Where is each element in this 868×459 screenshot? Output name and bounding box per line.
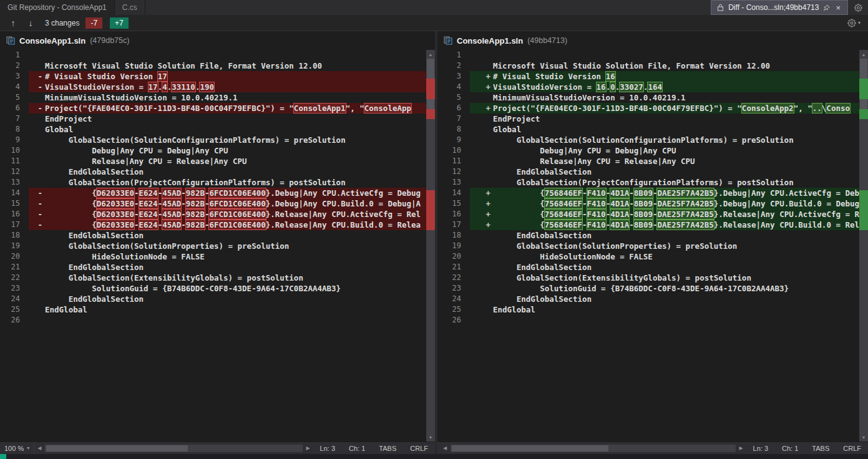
- scroll-left-icon[interactable]: ◀: [34, 445, 44, 451]
- code-line[interactable]: 22 GlobalSection(ExtensibilityGlobals) =…: [0, 273, 426, 283]
- code-line[interactable]: 1: [437, 50, 859, 60]
- code-line[interactable]: 23 SolutionGuid = {B74B6DDC-C0F8-43DE-9A…: [437, 283, 859, 294]
- scroll-right-icon[interactable]: ▶: [736, 445, 746, 451]
- code-line[interactable]: 25EndGlobal: [0, 304, 426, 315]
- line-number: 8: [0, 124, 29, 135]
- tab-diff-document[interactable]: Diff - Conso...sln;49bb4713 ×: [711, 0, 848, 15]
- code-line[interactable]: 16- {D62033E0-E624-45AD-982B-6FCD1C06E40…: [0, 209, 426, 220]
- code-line[interactable]: 15- {D62033E0-E624-45AD-982B-6FCD1C06E40…: [0, 198, 426, 209]
- code-line[interactable]: 4+VisualStudioVersion = 16.0.33027.164: [437, 82, 859, 92]
- status-column[interactable]: Ch: 1: [342, 445, 372, 452]
- code-line[interactable]: 8Global: [437, 124, 859, 135]
- status-indent-mode[interactable]: TABS: [805, 445, 836, 452]
- code-line[interactable]: 11 Release|Any CPU = Release|Any CPU: [0, 156, 426, 167]
- left-horizontal-scrollbar[interactable]: [45, 445, 302, 452]
- code-line[interactable]: 2Microsoft Visual Studio Solution File, …: [437, 60, 859, 71]
- zoom-control[interactable]: 100 % ▾: [0, 442, 34, 454]
- left-vertical-scrollbar[interactable]: ▲ ▼: [426, 50, 435, 442]
- code-line[interactable]: 18 EndGlobalSection: [437, 230, 859, 241]
- code-line[interactable]: 4-VisualStudioVersion = 17.4.33110.190: [0, 82, 426, 92]
- code-line[interactable]: 22 GlobalSection(ExtensibilityGlobals) =…: [437, 273, 859, 283]
- left-editor[interactable]: 12Microsoft Visual Studio Solution File,…: [0, 50, 435, 442]
- code-line[interactable]: 12 EndGlobalSection: [0, 167, 426, 177]
- code-line[interactable]: 8Global: [0, 124, 426, 135]
- code-line[interactable]: 23 SolutionGuid = {B74B6DDC-C0F8-43DE-9A…: [0, 283, 426, 294]
- scroll-left-icon[interactable]: ◀: [440, 445, 450, 451]
- status-line-ending[interactable]: CRLF: [836, 445, 868, 452]
- chevron-down-icon: ▾: [858, 20, 861, 26]
- code-line[interactable]: 6+Project("{FAE04EC0-301F-11D3-BF4B-00C0…: [437, 103, 859, 114]
- code-line[interactable]: 3-# Visual Studio Version 17: [0, 71, 426, 82]
- pin-icon[interactable]: [823, 4, 830, 11]
- scroll-up-icon[interactable]: ▲: [859, 50, 868, 59]
- code-line[interactable]: 16+ {756846EF-F410-4D1A-8B09-DAE25F7A42B…: [437, 209, 859, 220]
- left-code-lines[interactable]: 12Microsoft Visual Studio Solution File,…: [0, 50, 426, 442]
- code-line[interactable]: 3+# Visual Studio Version 16: [437, 71, 859, 82]
- code-text: EndGlobalSection: [45, 167, 426, 177]
- scroll-down-icon[interactable]: ▼: [426, 433, 435, 442]
- code-line[interactable]: 7EndProject: [437, 114, 859, 124]
- code-line[interactable]: 26: [437, 315, 859, 326]
- previous-change-button[interactable]: ↑: [7, 18, 19, 28]
- diff-marker: [29, 294, 45, 304]
- right-code-lines[interactable]: 12Microsoft Visual Studio Solution File,…: [437, 50, 859, 442]
- line-number: 19: [0, 241, 29, 251]
- line-number: 12: [0, 167, 29, 177]
- code-line[interactable]: 11 Release|Any CPU = Release|Any CPU: [437, 156, 859, 167]
- code-line[interactable]: 26: [0, 315, 426, 326]
- status-indent-mode[interactable]: TABS: [372, 445, 403, 452]
- code-line[interactable]: 14- {D62033E0-E624-45AD-982B-6FCD1C06E40…: [0, 188, 426, 198]
- code-line[interactable]: 20 HideSolutionNode = FALSE: [0, 251, 426, 262]
- code-text: Project("{FAE04EC0-301F-11D3-BF4B-00C04F…: [45, 103, 426, 114]
- diff-marker: [470, 230, 493, 241]
- code-line[interactable]: 15+ {756846EF-F410-4D1A-8B09-DAE25F7A42B…: [437, 198, 859, 209]
- scroll-up-icon[interactable]: ▲: [426, 50, 435, 59]
- code-line[interactable]: 19 GlobalSection(SolutionProperties) = p…: [437, 241, 859, 251]
- code-line[interactable]: 10 Debug|Any CPU = Debug|Any CPU: [0, 145, 426, 156]
- code-line[interactable]: 1: [0, 50, 426, 60]
- code-line[interactable]: 20 HideSolutionNode = FALSE: [437, 251, 859, 262]
- code-line[interactable]: 6-Project("{FAE04EC0-301F-11D3-BF4B-00C0…: [0, 103, 426, 114]
- scrollbar-thumb[interactable]: [452, 445, 608, 452]
- code-line[interactable]: 17+ {756846EF-F410-4D1A-8B09-DAE25F7A42B…: [437, 220, 859, 230]
- diff-marker: [470, 60, 493, 71]
- code-line[interactable]: 13 GlobalSection(ProjectConfigurationPla…: [0, 177, 426, 188]
- code-line[interactable]: 17- {D62033E0-E624-45AD-982B-6FCD1C06E40…: [0, 220, 426, 230]
- code-line[interactable]: 25EndGlobal: [437, 304, 859, 315]
- right-editor[interactable]: 12Microsoft Visual Studio Solution File,…: [437, 50, 868, 442]
- diff-settings-button[interactable]: ▾: [847, 19, 861, 27]
- code-line[interactable]: 5MinimumVisualStudioVersion = 10.0.40219…: [0, 92, 426, 103]
- code-line[interactable]: 24 EndGlobalSection: [437, 294, 859, 304]
- code-line[interactable]: 21 EndGlobalSection: [0, 262, 426, 273]
- window-gear-icon[interactable]: [848, 0, 868, 15]
- code-line[interactable]: 19 GlobalSection(SolutionProperties) = p…: [0, 241, 426, 251]
- code-line[interactable]: 13 GlobalSection(ProjectConfigurationPla…: [437, 177, 859, 188]
- code-line[interactable]: 9 GlobalSection(SolutionConfigurationPla…: [0, 135, 426, 145]
- code-line[interactable]: 14+ {756846EF-F410-4D1A-8B09-DAE25F7A42B…: [437, 188, 859, 198]
- code-line[interactable]: 9 GlobalSection(SolutionConfigurationPla…: [437, 135, 859, 145]
- code-line[interactable]: 21 EndGlobalSection: [437, 262, 859, 273]
- close-icon[interactable]: ×: [834, 4, 842, 12]
- status-column[interactable]: Ch: 1: [775, 445, 805, 452]
- scroll-right-icon[interactable]: ▶: [303, 445, 313, 451]
- line-number: 15: [0, 198, 29, 209]
- scrollbar-change-mark: [859, 89, 868, 99]
- scroll-down-icon[interactable]: ▼: [859, 433, 868, 442]
- scrollbar-thumb[interactable]: [46, 445, 188, 452]
- status-line[interactable]: Ln: 3: [746, 445, 775, 452]
- code-line[interactable]: 18 EndGlobalSection: [0, 230, 426, 241]
- code-line[interactable]: 5MinimumVisualStudioVersion = 10.0.40219…: [437, 92, 859, 103]
- next-change-button[interactable]: ↓: [25, 18, 36, 28]
- code-line[interactable]: 24 EndGlobalSection: [0, 294, 426, 304]
- code-line[interactable]: 10 Debug|Any CPU = Debug|Any CPU: [437, 145, 859, 156]
- tab-git-repository[interactable]: Git Repository - ConsoleApp1: [0, 0, 115, 15]
- status-line[interactable]: Ln: 3: [313, 445, 342, 452]
- code-line[interactable]: 2Microsoft Visual Studio Solution File, …: [0, 60, 426, 71]
- right-horizontal-scrollbar[interactable]: [451, 445, 736, 452]
- code-line[interactable]: 7EndProject: [0, 114, 426, 124]
- code-line[interactable]: 12 EndGlobalSection: [437, 167, 859, 177]
- right-vertical-scrollbar[interactable]: ▲ ▼: [859, 50, 868, 442]
- status-line-ending[interactable]: CRLF: [403, 445, 435, 452]
- tab-c-cs[interactable]: C.cs: [115, 0, 145, 15]
- code-text: HideSolutionNode = FALSE: [493, 251, 859, 262]
